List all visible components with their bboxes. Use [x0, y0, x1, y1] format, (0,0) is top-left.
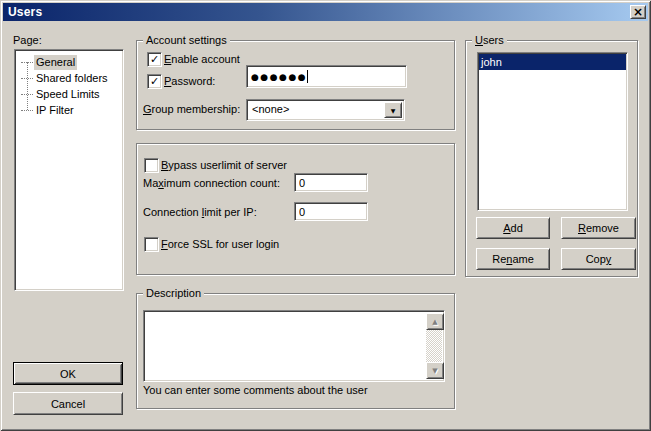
page-label: Page:	[13, 34, 42, 47]
description-textarea[interactable]: ▲ ▼	[143, 310, 445, 382]
ok-button[interactable]: OK	[13, 362, 123, 385]
bypass-userlimit-label: Bypass userlimit of server	[161, 159, 287, 172]
description-hint: You can enter some comments about the us…	[143, 384, 368, 397]
description-scrollbar[interactable]: ▲ ▼	[426, 313, 442, 379]
tree-item-general[interactable]: General	[21, 54, 77, 70]
force-ssl-checkbox[interactable]	[144, 237, 159, 252]
group-membership-value: <none>	[252, 103, 289, 116]
bypass-userlimit-checkbox[interactable]	[144, 158, 159, 173]
max-connections-input[interactable]	[294, 173, 368, 192]
password-checkbox[interactable]: ✓	[147, 74, 162, 89]
tree-item-label: Shared folders	[34, 71, 110, 86]
title-bar[interactable]: Users ×	[3, 3, 648, 21]
user-name: john	[481, 56, 502, 69]
scroll-up-icon: ▲	[432, 318, 437, 326]
tree-item-label: Speed Limits	[34, 87, 102, 102]
tree-item-speed-limits[interactable]: Speed Limits	[21, 86, 102, 102]
account-settings-group-title: Account settings	[143, 34, 230, 47]
scroll-up-button[interactable]: ▲	[426, 313, 444, 330]
checkmark-icon: ✓	[150, 76, 159, 87]
text-caret	[307, 70, 308, 83]
password-input[interactable]: ●●●●●●	[246, 65, 407, 88]
window-title: Users	[3, 5, 42, 19]
copy-button[interactable]: Copy	[561, 248, 636, 270]
tree-branch-line	[21, 78, 33, 79]
scroll-down-icon: ▼	[432, 367, 437, 375]
group-membership-select[interactable]: <none> ▼	[246, 99, 405, 121]
description-group-title: Description	[143, 287, 204, 300]
tree-item-ip-filter[interactable]: IP Filter	[21, 102, 76, 118]
tree-item-label: IP Filter	[34, 103, 76, 118]
ip-limit-input[interactable]	[294, 202, 368, 221]
checkmark-icon: ✓	[150, 54, 159, 65]
chevron-down-icon: ▼	[391, 107, 396, 114]
cancel-button[interactable]: Cancel	[13, 392, 123, 415]
page-tree[interactable]: General Shared folders Speed Limits IP F…	[14, 49, 124, 291]
tree-branch-line	[21, 94, 33, 95]
users-group: Users john Add Remove Rename Copy	[465, 40, 638, 277]
tree-item-label: General	[34, 55, 77, 70]
scroll-down-button[interactable]: ▼	[426, 362, 444, 379]
password-label: Password:	[164, 75, 215, 88]
account-settings-group: Account settings ✓ Enable account ✓ Pass…	[136, 40, 455, 130]
users-group-title: Users	[472, 34, 507, 47]
enable-account-label: Enable account	[164, 53, 240, 66]
group-membership-label: Group membership:	[143, 103, 240, 116]
tree-branch-line	[21, 62, 33, 63]
add-button[interactable]: Add	[476, 217, 550, 239]
close-icon: ×	[633, 7, 643, 17]
enable-account-checkbox[interactable]: ✓	[147, 52, 162, 67]
combo-dropdown-button[interactable]: ▼	[384, 102, 402, 118]
password-value: ●●●●●●	[251, 72, 307, 82]
rename-button[interactable]: Rename	[476, 248, 550, 270]
users-list[interactable]: john	[477, 52, 628, 211]
max-connections-label: Maximum connection count:	[143, 177, 280, 190]
force-ssl-label: Force SSL for user login	[161, 238, 279, 251]
list-item-john[interactable]: john	[479, 54, 626, 70]
users-dialog: Users × Page: General Shared folders Spe…	[0, 0, 651, 431]
close-button[interactable]: ×	[630, 5, 646, 19]
ip-limit-label: Connection limit per IP:	[143, 206, 257, 219]
tree-branch-line	[21, 110, 33, 111]
tree-item-shared-folders[interactable]: Shared folders	[21, 70, 110, 86]
connection-limits-group: Bypass userlimit of server Maximum conne…	[136, 143, 455, 275]
description-group: Description ▲ ▼ You can enter some comme…	[136, 293, 455, 409]
remove-button[interactable]: Remove	[561, 217, 636, 239]
